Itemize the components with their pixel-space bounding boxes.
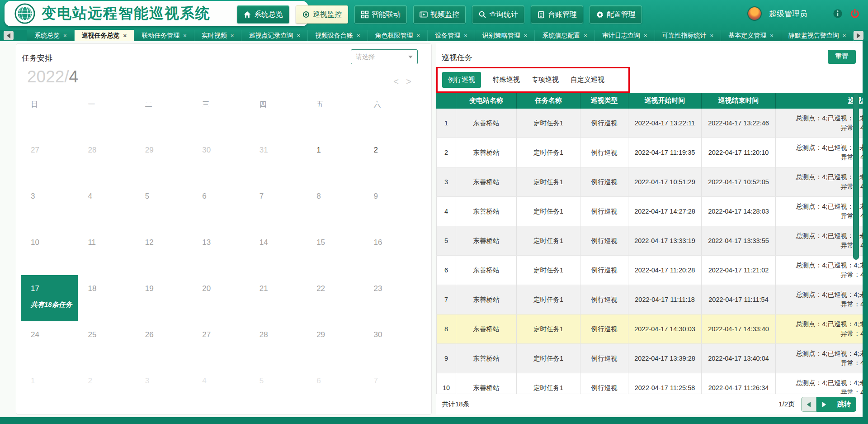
close-icon[interactable]: × <box>843 32 846 39</box>
filter-tab-2[interactable]: 特殊巡视 <box>493 76 520 84</box>
tab-13[interactable]: 基本定义管理× <box>721 30 781 41</box>
page-jump-button[interactable]: 跳转 <box>832 397 856 412</box>
calendar-day[interactable]: 24 <box>21 321 78 367</box>
calendar-day[interactable]: 2 <box>78 367 135 414</box>
close-icon[interactable]: × <box>231 32 234 39</box>
table-row[interactable]: 2东善桥站定时任务1例行巡视2022-04-17 11:19:352022-04… <box>436 138 863 167</box>
calendar-day[interactable]: 3 <box>21 183 78 229</box>
avatar[interactable] <box>747 6 762 21</box>
calendar-day[interactable]: 9 <box>364 183 421 229</box>
calendar-day[interactable]: 5 <box>135 183 192 229</box>
nav-button-7[interactable]: 配置管理 <box>590 5 642 24</box>
close-icon[interactable]: × <box>183 32 187 39</box>
calendar-day[interactable]: 1 <box>307 137 363 183</box>
info-icon[interactable] <box>833 9 843 19</box>
calendar-day[interactable]: 5 <box>250 367 307 414</box>
calendar-day[interactable]: 25 <box>78 321 135 367</box>
calendar-day[interactable]: 27 <box>21 137 78 183</box>
table-row[interactable]: 10东善桥站定时任务1例行巡视2022-04-17 11:25:582022-0… <box>436 373 863 394</box>
calendar-day[interactable]: 3 <box>135 367 192 414</box>
calendar-day[interactable]: 28 <box>250 321 307 367</box>
station-select[interactable]: 请选择 <box>351 49 418 64</box>
close-icon[interactable]: × <box>770 32 774 39</box>
table-row[interactable]: 7东善桥站定时任务1例行巡视2022-04-17 11:11:182022-04… <box>436 285 863 314</box>
tab-3[interactable]: 联动任务管理× <box>134 30 194 41</box>
tab-5[interactable]: 巡视点记录查询× <box>241 30 308 41</box>
close-icon[interactable]: × <box>644 32 647 39</box>
logout-power-icon[interactable] <box>850 9 860 19</box>
calendar-day[interactable]: 23 <box>364 275 421 321</box>
close-icon[interactable]: × <box>524 32 528 39</box>
calendar-day[interactable]: 21 <box>250 275 307 321</box>
calendar-day[interactable]: 30 <box>364 321 421 367</box>
page-prev-icon[interactable] <box>801 397 816 412</box>
tab-4[interactable]: 实时视频× <box>194 30 242 41</box>
table-row[interactable]: 6东善桥站定时任务1例行巡视2022-04-17 11:20:282022-04… <box>436 256 863 285</box>
calendar-next-icon[interactable]: > <box>404 76 413 87</box>
filter-tab-3[interactable]: 专项巡视 <box>532 76 559 84</box>
table-row[interactable]: 9东善桥站定时任务1例行巡视2022-04-17 13:39:282022-04… <box>436 344 863 373</box>
calendar-day[interactable]: 29 <box>135 137 192 183</box>
calendar-day[interactable]: 20 <box>192 275 249 321</box>
calendar-day[interactable]: 1 <box>21 367 78 414</box>
nav-button-3[interactable]: 智能联动 <box>354 5 407 24</box>
calendar-day[interactable]: 30 <box>192 137 249 183</box>
calendar-day[interactable]: 29 <box>307 321 363 367</box>
calendar-day[interactable]: 14 <box>250 229 307 275</box>
nav-button-2[interactable]: 巡视监控 <box>296 5 348 24</box>
filter-tab-1[interactable]: 例行巡视 <box>442 72 481 88</box>
nav-button-1[interactable]: 系统总览 <box>237 5 289 24</box>
tab-10[interactable]: 系统信息配置× <box>535 30 595 41</box>
calendar-day[interactable]: 4 <box>78 183 135 229</box>
table-row[interactable]: 5东善桥站定时任务1例行巡视2022-04-17 13:33:192022-04… <box>436 226 863 256</box>
calendar-day[interactable]: 22 <box>307 275 363 321</box>
tab-11[interactable]: 审计日志查询× <box>595 30 655 41</box>
table-row[interactable]: 1东善桥站定时任务1例行巡视2022-04-17 13:22:112022-04… <box>436 109 863 138</box>
tab-6[interactable]: 视频设备台账× <box>308 30 368 41</box>
tabs-scroll-right-icon[interactable] <box>854 31 863 40</box>
close-icon[interactable]: × <box>464 32 467 39</box>
tab-14[interactable]: 静默监视告警查询× <box>781 30 854 41</box>
page-next-icon[interactable] <box>816 397 832 412</box>
tab-1[interactable]: 系统总览× <box>27 30 75 41</box>
calendar-day[interactable]: 12 <box>135 229 192 275</box>
close-icon[interactable]: × <box>710 32 714 39</box>
close-icon[interactable]: × <box>417 32 420 39</box>
calendar-day[interactable]: 26 <box>135 321 192 367</box>
calendar-day[interactable]: 13 <box>192 229 249 275</box>
tab-2[interactable]: 巡视任务总览× <box>75 30 135 41</box>
tab-8[interactable]: 设备管理× <box>428 30 475 41</box>
calendar-day[interactable]: 7 <box>250 183 307 229</box>
tabs-scroll-left-icon[interactable] <box>4 31 14 40</box>
table-scrollbar[interactable] <box>853 93 859 260</box>
calendar-day[interactable]: 10 <box>21 229 78 275</box>
calendar-day[interactable]: 28 <box>78 137 135 183</box>
calendar-day[interactable]: 18 <box>78 275 135 321</box>
calendar-day[interactable]: 8 <box>307 183 363 229</box>
close-icon[interactable]: × <box>357 32 360 39</box>
calendar-day[interactable]: 16 <box>364 229 421 275</box>
nav-button-6[interactable]: 台账管理 <box>531 5 583 24</box>
calendar-day-selected[interactable]: 17共有18条任务 <box>21 275 78 321</box>
close-icon[interactable]: × <box>63 32 67 39</box>
calendar-day[interactable]: 31 <box>250 137 307 183</box>
calendar-day[interactable]: 19 <box>135 275 192 321</box>
calendar-day[interactable]: 27 <box>192 321 249 367</box>
nav-button-5[interactable]: 查询统计 <box>472 5 524 24</box>
tab-7[interactable]: 角色权限管理× <box>368 30 428 41</box>
tab-12[interactable]: 可靠性指标统计× <box>655 30 722 41</box>
close-icon[interactable]: × <box>584 32 587 39</box>
close-icon[interactable]: × <box>297 32 300 39</box>
calendar-prev-icon[interactable]: < <box>392 76 401 87</box>
table-row[interactable]: 3东善桥站定时任务1例行巡视2022-04-17 10:51:292022-04… <box>436 167 863 197</box>
table-row[interactable]: 4东善桥站定时任务1例行巡视2022-04-17 14:27:282022-04… <box>436 197 863 226</box>
calendar-day[interactable]: 6 <box>192 183 249 229</box>
calendar-day[interactable]: 4 <box>192 367 249 414</box>
calendar-day[interactable]: 11 <box>78 229 135 275</box>
calendar-day[interactable]: 7 <box>364 367 421 414</box>
close-icon[interactable]: × <box>123 32 127 39</box>
calendar-day[interactable]: 2 <box>364 137 421 183</box>
nav-button-4[interactable]: 视频监控 <box>413 5 466 24</box>
calendar-day[interactable]: 15 <box>307 229 363 275</box>
filter-tab-4[interactable]: 自定义巡视 <box>571 76 604 84</box>
